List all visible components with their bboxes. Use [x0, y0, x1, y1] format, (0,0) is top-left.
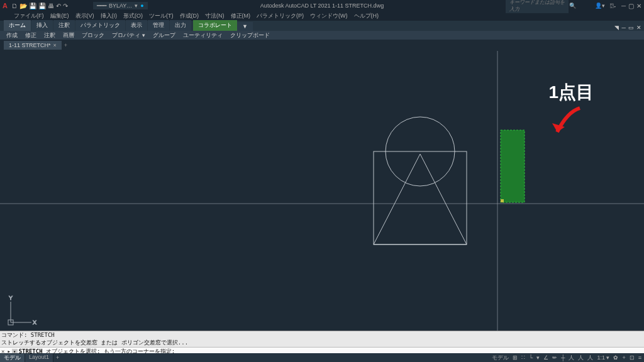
panel-annotation[interactable]: 注釈 [42, 31, 58, 40]
save-icon[interactable]: 💾 [29, 3, 36, 9]
anno-auto-icon[interactable]: 人 [587, 354, 593, 362]
status-model-button[interactable]: モデル [492, 354, 509, 362]
doc-minimize-icon[interactable]: ─ [622, 25, 626, 31]
layout-tab-layout1[interactable]: Layout1 [25, 354, 53, 362]
lineweight-icon[interactable]: ┼ [561, 354, 565, 361]
file-tab-name: 1-11 STRETCH* [9, 42, 51, 48]
ucs-icon: Y X [8, 295, 36, 326]
status-right: モデル ⊞ ∷ └ ▾ ∠ ✏ ┼ 人 人 人 1:1 ▾ ✿ + ⊡ ≡ [492, 354, 641, 362]
scale-dropdown[interactable]: 1:1 ▾ [597, 354, 609, 361]
command-history-line: ストレッチするオブジェクトを交差窓 または ポリゴン交差窓で選択... [1, 339, 643, 347]
tab-home[interactable]: ホーム [4, 20, 31, 31]
layout-tab-model[interactable]: モデル [0, 354, 25, 362]
tab-output[interactable]: 出力 [170, 20, 191, 31]
panel-modify[interactable]: 修正 [23, 31, 39, 40]
saveas-icon[interactable]: 💾 [38, 3, 46, 9]
undo-icon[interactable]: ↶ [56, 3, 61, 9]
panel-groups[interactable]: グループ [150, 31, 178, 40]
file-tab-strip: 1-11 STRETCH* × + [0, 40, 644, 51]
zoom-icon[interactable]: + [622, 354, 625, 361]
panel-block[interactable]: ブロック [79, 31, 107, 40]
tab-parametric[interactable]: パラメトリック [75, 20, 125, 31]
anno-visibility-icon[interactable]: 人 [578, 354, 584, 362]
titlebar-right: 👤▾ ⍰▾ ─ ▢ ✕ [595, 3, 641, 9]
menu-edit[interactable]: 編集(E) [50, 12, 69, 20]
crossing-selection-window [501, 130, 525, 202]
open-icon[interactable]: 📂 [19, 3, 27, 9]
minimize-button[interactable]: ─ [621, 3, 626, 9]
command-history-line: コマンド: STRETCH [1, 332, 643, 339]
snap-icon[interactable]: ∷ [521, 354, 525, 361]
menu-help[interactable]: ヘルプ(H) [354, 12, 379, 20]
tab-more[interactable]: ▼ [237, 22, 253, 31]
chevron-down-icon: ▾ [135, 3, 138, 9]
osnap-icon[interactable]: ✏ [552, 354, 557, 361]
menu-modify[interactable]: 修正(M) [231, 12, 251, 20]
menu-file[interactable]: ファイル(F) [14, 12, 44, 20]
status-bar: モデル Layout1 + モデル ⊞ ∷ └ ▾ ∠ ✏ ┼ 人 人 人 1:… [0, 353, 644, 362]
new-icon[interactable]: 🗋 [11, 3, 18, 9]
doc-close-icon[interactable]: ✕ [636, 25, 641, 31]
customize-icon[interactable]: ≡ [638, 354, 641, 361]
polar-icon[interactable]: ▾ [536, 354, 540, 361]
layer-name: BYLAY… [109, 3, 132, 9]
menu-tools[interactable]: ツール(T) [149, 12, 174, 20]
menu-insert[interactable]: 挿入(I) [101, 12, 118, 20]
grid-icon[interactable]: ⊞ [513, 354, 518, 361]
selection-pickbox [501, 199, 504, 202]
ucs-x-label: X [33, 319, 36, 326]
maximize-button[interactable]: ▢ [628, 3, 634, 9]
panel-draw[interactable]: 作成 [4, 31, 20, 40]
panel-clipboard[interactable]: クリップボード [228, 31, 272, 40]
panel-utilities[interactable]: ユーティリティ [180, 31, 225, 40]
doc-restore-icon[interactable]: ▭ [628, 25, 634, 31]
menu-format[interactable]: 形式(O) [123, 12, 143, 20]
drawing-canvas[interactable]: Y X [0, 51, 644, 331]
close-button[interactable]: ✕ [636, 3, 641, 9]
ortho-icon[interactable]: └ [529, 354, 533, 361]
quick-access-toolbar[interactable]: 🗋 📂 💾 💾 🖶 ↶ ↷ [11, 3, 68, 9]
ucs-y-label: Y [9, 295, 13, 301]
command-window[interactable]: コマンド: STRETCH ストレッチするオブジェクトを交差窓 または ポリゴン… [0, 331, 644, 353]
tab-manage[interactable]: 管理 [148, 20, 169, 31]
layout-tabs[interactable]: モデル Layout1 [0, 354, 53, 362]
anno-scale-icon[interactable]: 人 [569, 354, 574, 362]
search-input[interactable]: キーワードまたは語句を入力 [506, 0, 569, 13]
redo-icon[interactable]: ↷ [63, 3, 68, 9]
tab-insert[interactable]: 挿入 [31, 20, 53, 31]
canvas-svg[interactable]: Y X [0, 51, 644, 331]
layer-dropdown[interactable]: ━━━ BYLAY… ▾ ● [93, 2, 148, 9]
file-tab-add-icon[interactable]: + [64, 42, 67, 48]
help-icon[interactable]: ⍰▾ [610, 3, 616, 9]
ribbon-app-icon[interactable]: ◥ [614, 25, 619, 31]
layout-add-icon[interactable]: + [53, 354, 62, 361]
ribbon-panels: 作成 修正 注釈 画層 ブロック プロパティ ▾ グループ ユーティリティ クリ… [0, 31, 644, 40]
line-preview-icon: ━━━ [97, 3, 106, 9]
ribbon-tabs: ホーム 挿入 注釈 パラメトリック 表示 管理 出力 コラボレート ▼ ◥ ─ … [0, 21, 644, 31]
command-history: コマンド: STRETCH ストレッチするオブジェクトを交差窓 または ポリゴン… [0, 331, 644, 347]
menu-draw[interactable]: 作成(D) [180, 12, 199, 20]
app-logo[interactable]: A [3, 2, 8, 9]
tab-collaborate[interactable]: コラボレート [193, 20, 237, 31]
panel-properties[interactable]: プロパティ ▾ [109, 31, 148, 40]
menu-window[interactable]: ウィンドウ(W) [310, 12, 348, 20]
menu-dimension[interactable]: 寸法(N) [205, 12, 225, 20]
file-tab-close-icon[interactable]: × [53, 42, 57, 48]
search-icon[interactable]: 🔍 [569, 3, 576, 9]
document-title: Autodesk AutoCAD LT 2021 1-11 STRETCH.dw… [260, 3, 384, 9]
tab-view[interactable]: 表示 [126, 20, 147, 31]
drawn-triangle[interactable] [374, 154, 467, 244]
signin-icon[interactable]: 👤▾ [595, 3, 605, 9]
cleanscreen-icon[interactable]: ⊡ [630, 354, 635, 361]
color-swatch-icon[interactable]: ● [140, 3, 143, 9]
menu-view[interactable]: 表示(V) [75, 12, 94, 20]
angle-icon[interactable]: ∠ [543, 354, 548, 361]
title-bar: A 🗋 📂 💾 💾 🖶 ↶ ↷ ━━━ BYLAY… ▾ ● Autodesk … [0, 0, 644, 11]
plot-icon[interactable]: 🖶 [48, 3, 54, 9]
menu-parametric[interactable]: パラメトリック(P) [257, 12, 304, 20]
tab-annotate[interactable]: 注釈 [53, 20, 75, 31]
panel-layers[interactable]: 画層 [60, 31, 77, 40]
workspace-icon[interactable]: ✿ [613, 354, 618, 361]
drawn-rectangle[interactable] [374, 151, 467, 244]
file-tab[interactable]: 1-11 STRETCH* × [4, 41, 62, 50]
